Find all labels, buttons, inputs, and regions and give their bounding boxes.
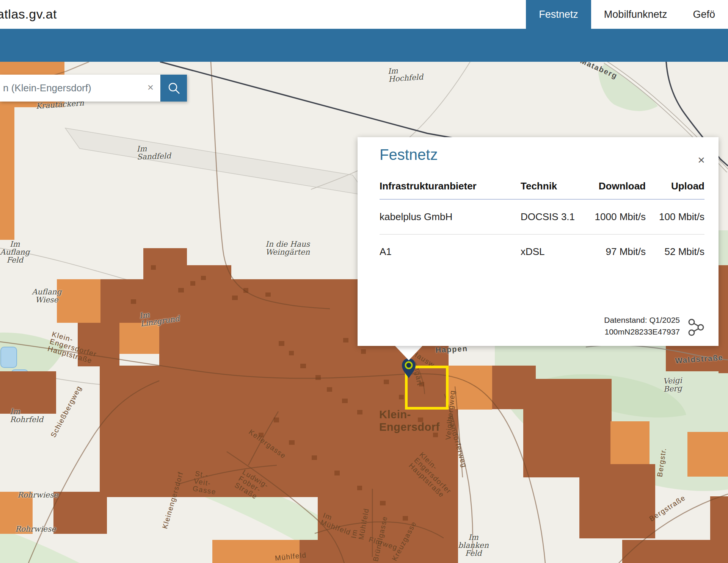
map-label: Im Sandfeld (136, 144, 171, 161)
close-icon[interactable]: × (698, 154, 705, 166)
data-status: Datenstand: Q1/2025 100mN28233E47937 (604, 314, 680, 338)
status-datenstand: Datenstand: Q1/2025 (604, 314, 680, 326)
search-button[interactable] (160, 75, 187, 102)
location-marker-icon[interactable] (401, 358, 416, 379)
map-label: Im blanken Feld (458, 533, 489, 557)
map-label: Rohrwiese (15, 525, 56, 533)
blue-banner (0, 29, 728, 62)
table-cell: 1000 Mbit/s (591, 200, 646, 234)
column-header: Upload (646, 175, 704, 199)
map-label: Veigi Berg (663, 376, 682, 393)
tab-festnetz[interactable]: Festnetz (526, 0, 591, 29)
clear-search-icon[interactable]: × (147, 81, 154, 94)
share-icon[interactable] (687, 318, 705, 337)
map-label: Auflang Wiese (32, 288, 61, 304)
table-cell: A1 (380, 235, 521, 269)
search-widget: n (Klein-Engersdorf) × (0, 75, 187, 102)
table-cell: 97 Mbit/s (591, 235, 646, 269)
map-label: Rohrwiese (17, 491, 58, 499)
status-cell-id: 100mN28233E47937 (604, 326, 680, 338)
table-cell: 52 Mbit/s (646, 235, 704, 269)
popup-tail (394, 345, 423, 360)
column-header: Download (591, 175, 646, 199)
brand-logo[interactable]: atlas.gv.at (0, 7, 57, 22)
map-label: St.-Veit-Gasse (192, 470, 219, 496)
table-cell: xDSL (521, 235, 591, 269)
search-value: n (Klein-Engersdorf) (3, 82, 91, 94)
search-input[interactable]: n (Klein-Engersdorf) × (0, 75, 160, 102)
map-label: Im Rohrfeld (10, 408, 43, 424)
popup-title: Festnetz (380, 146, 438, 163)
tab-mobilfunknetz[interactable]: Mobilfunknetz (591, 0, 680, 29)
map-label: Im Hochfeld (388, 65, 424, 83)
table-cell: kabelplus GmbH (380, 200, 521, 234)
app-header: atlas.gv.at FestnetzMobilfunknetzGefö (0, 0, 728, 29)
main-nav: FestnetzMobilfunknetzGefö (526, 0, 728, 29)
map-label: Klein- Engersdorf (379, 408, 440, 434)
map-label: In die Haus Weingärten (265, 240, 310, 256)
tab-gefö[interactable]: Gefö (680, 0, 728, 29)
column-header: Technik (521, 175, 591, 199)
column-header: Infrastrukturanbieter (380, 175, 521, 199)
map-label: Im Auflang Feld (0, 240, 30, 264)
breitbandatlas-app: Im HochfeldMatabergKrautäckernIm Sandfel… (0, 0, 728, 563)
map-label: Happen (435, 345, 468, 354)
provider-table: InfrastrukturanbieterTechnikDownloadUplo… (380, 175, 704, 269)
table-cell: DOCSIS 3.1 (521, 200, 591, 234)
table-cell: 100 Mbit/s (646, 200, 704, 234)
festnetz-popup: Festnetz × InfrastrukturanbieterTechnikD… (358, 137, 719, 346)
search-icon (166, 81, 182, 96)
